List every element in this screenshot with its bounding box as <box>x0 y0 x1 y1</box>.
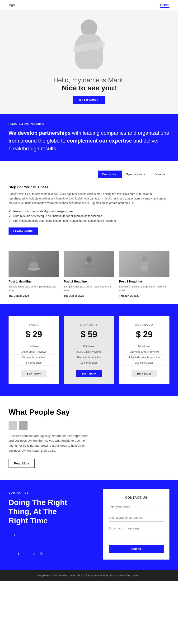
footer-text: Sample text. Click to select the text bo… <box>8 574 170 577</box>
post-date-3: Thu Jun 25 2020 <box>119 294 170 297</box>
plan-features-advanced: 20 full user Unlimited Email Previews Un… <box>124 344 165 366</box>
post-image-inner-1 <box>8 251 59 277</box>
plan-price-basic: $ 29 <box>13 330 54 340</box>
contact-section: CONTACT US Doing The Right Thing, At The… <box>0 480 178 570</box>
plan-features-standart: 10 full user 2,000 Email Previews 10 con… <box>68 344 110 366</box>
contact-message-input[interactable] <box>109 525 164 539</box>
testimonial-section: What People Say Business coaches are typ… <box>0 396 178 480</box>
contact-arrow-icon[interactable]: → <box>8 530 18 540</box>
social-other-icon[interactable]: ® <box>39 551 44 556</box>
post-text-2: Sample small text. Lorem ipsum dolor sit… <box>64 285 114 292</box>
post-date-1: Thu Jun 25 2020 <box>8 294 59 297</box>
logo: logo <box>8 3 15 7</box>
feature-item: 20 full user <box>124 344 165 349</box>
hero-text: Hello, my name is Mark. Nice to see you! <box>8 76 170 92</box>
pricing-grid: BASIC $ 29 1 full user 1,000 Email Previ… <box>8 316 170 384</box>
checklist-item: Sed vulputate mi sit amet mauris commodo… <box>8 218 170 223</box>
post-image-inner-2 <box>64 251 114 277</box>
header: logo HOME <box>0 0 178 10</box>
partnership-text: We develop partnerships with leading com… <box>8 129 170 152</box>
tab-reviews[interactable]: Reviews <box>149 170 170 178</box>
testimonial-heading: What People Say <box>8 408 170 416</box>
svg-rect-6 <box>140 262 148 271</box>
partnership-bold1: We develop partnerships <box>8 130 70 136</box>
read-more-button[interactable]: Read More <box>8 459 35 468</box>
nav-home[interactable]: HOME <box>160 3 170 8</box>
svg-point-5 <box>142 256 147 262</box>
pricing-card-advanced: ADVANCED $ 29 20 full user Unlimited Ema… <box>119 316 170 384</box>
plan-name-standart: STANDART <box>68 323 110 326</box>
main-nav: HOME <box>156 3 170 7</box>
buy-button-basic[interactable]: BUY NOW <box>21 370 46 377</box>
post-image-inner-3 <box>119 251 170 277</box>
post-card-2: Post 2 Headline Sample small text. Lorem… <box>64 251 114 297</box>
post-image-1 <box>8 251 59 277</box>
post-text-3: Sample small text. Lorem ipsum dolor sit… <box>119 285 170 292</box>
post-image-3 <box>119 251 170 277</box>
hero-name: Nice to see you! <box>8 84 170 92</box>
tab-description[interactable]: Description <box>98 170 122 178</box>
post-card-1: Post 1 Headline Sample small text. Lorem… <box>8 251 59 297</box>
contact-form-title: CONTACT US <box>109 496 164 499</box>
tab-content-heading: Step For Your Business <box>8 185 170 189</box>
svg-point-4 <box>85 262 88 264</box>
feature-item: 1,000 Email Previews <box>13 349 54 354</box>
plan-name-advanced: ADVANCED <box>124 323 165 326</box>
tab-content: Step For Your Business Sample text. Clic… <box>8 185 170 234</box>
checklist-item: Pretium quam vulputate dignissim suspend… <box>8 209 170 214</box>
learn-more-button[interactable]: LEARN MORE <box>8 228 38 234</box>
feature-item: 10 contacts per client <box>68 354 110 360</box>
partnership-section: Results & Partnerships We develop partne… <box>0 114 178 161</box>
tab-content-paragraph: Sample text. Click to select the text bo… <box>8 192 170 206</box>
svg-point-3 <box>86 256 92 262</box>
social-pinterest-icon[interactable]: p <box>31 551 36 556</box>
social-facebook-icon[interactable]: f <box>8 551 13 556</box>
svg-rect-7 <box>142 266 147 268</box>
buy-button-standart[interactable]: BUY NOW <box>76 370 102 377</box>
feature-item: 2,000 Email Previews <box>68 349 110 354</box>
posts-grid: Post 1 Headline Sample small text. Lorem… <box>8 251 170 297</box>
svg-point-0 <box>31 256 36 263</box>
contact-submit-button[interactable]: Submit <box>109 545 164 553</box>
post-headline-3: Post 3 Headline <box>119 280 170 283</box>
contact-form-card: CONTACT US Submit <box>103 489 170 560</box>
avatar-2 <box>19 421 28 430</box>
plan-name-basic: BASIC <box>13 323 54 326</box>
social-instagram-icon[interactable]: in <box>24 551 28 556</box>
post-image-2 <box>64 251 114 277</box>
checklist: Pretium quam vulputate dignissim suspend… <box>8 209 170 223</box>
post-text-1: Sample small text. Lorem ipsum dolor sit… <box>8 285 59 292</box>
posts-section: Post 1 Headline Sample small text. Lorem… <box>0 244 178 304</box>
tab-specifications[interactable]: Specifications <box>122 170 149 178</box>
plan-price-standart: $ 59 <box>68 330 110 340</box>
post-card-3: Post 3 Headline Sample small text. Lorem… <box>119 251 170 297</box>
hero-read-more-button[interactable]: READ MORE <box>72 96 106 104</box>
feature-item: 10 full user <box>68 344 110 349</box>
feature-item: 5 coffee cups <box>13 360 54 366</box>
contact-name-input[interactable] <box>109 504 164 511</box>
plan-price-advanced: $ 29 <box>124 330 165 340</box>
pricing-card-standart: STANDART $ 59 10 full user 2,000 Email P… <box>64 316 114 384</box>
checklist-item: Rutrum tellus pellentesque eu tincidunt … <box>8 214 170 218</box>
feature-item: 1 full user <box>13 344 54 349</box>
social-twitter-icon[interactable]: t <box>16 551 21 556</box>
feature-item: Unlimited Email Previews <box>124 349 165 354</box>
hero-greeting: Hello, my name is Mark. <box>8 76 170 84</box>
tabs-section: Description Specifications Reviews Step … <box>0 161 178 244</box>
tabs-header: Description Specifications Reviews <box>8 170 170 178</box>
plan-features-basic: 1 full user 1,000 Email Previews 5 conta… <box>13 344 54 366</box>
contact-email-input[interactable] <box>109 514 164 522</box>
feature-item: Unlimited contacts per client <box>124 354 165 360</box>
contact-heading: Doing The Right Thing, At The Right Time <box>8 498 75 525</box>
post-headline-1: Post 1 Headline <box>8 280 59 283</box>
footer: Sample text. Click to select the text bo… <box>0 570 178 581</box>
partnership-tag: Results & Partnerships <box>8 122 170 125</box>
feature-item: 100 coffee cups <box>124 360 165 366</box>
buy-button-advanced[interactable]: BUY NOW <box>132 370 157 377</box>
partnership-bold2: complement our expertise <box>67 138 132 144</box>
pricing-section: BASIC $ 29 1 full user 1,000 Email Previ… <box>0 304 178 396</box>
avatar-1 <box>8 421 17 430</box>
post-date-2: Thu Jun 25 2020 <box>64 294 114 297</box>
pricing-card-basic: BASIC $ 29 1 full user 1,000 Email Previ… <box>8 316 59 384</box>
feature-item: 5 contacts per client <box>13 354 54 360</box>
